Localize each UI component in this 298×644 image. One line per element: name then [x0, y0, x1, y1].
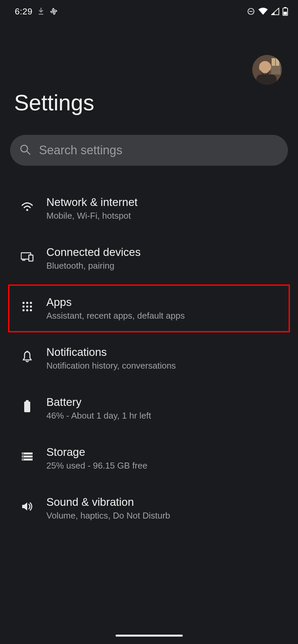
- settings-item-subtitle: Assistant, recent apps, default apps: [46, 311, 185, 321]
- svg-rect-9: [276, 58, 279, 66]
- svg-rect-28: [26, 400, 29, 401]
- apps-icon: [21, 298, 34, 315]
- settings-item-title: Network & internet: [46, 196, 137, 209]
- settings-item-title: Notifications: [46, 346, 176, 359]
- battery-status-icon: [283, 7, 288, 16]
- download-icon: [38, 8, 44, 15]
- search-placeholder: Search settings: [39, 143, 122, 157]
- battery-icon: [21, 398, 34, 415]
- settings-item-network[interactable]: Network & internet Mobile, Wi-Fi, hotspo…: [0, 184, 298, 232]
- settings-item-subtitle: Volume, haptics, Do Not Disturb: [46, 511, 170, 521]
- settings-item-text: Storage 25% used - 96.15 GB free: [46, 446, 147, 471]
- storage-icon: [21, 448, 34, 465]
- svg-rect-29: [24, 401, 30, 412]
- settings-item-apps[interactable]: Apps Assistant, recent apps, default app…: [21, 296, 276, 321]
- svg-rect-35: [23, 459, 24, 460]
- wifi-status-icon: [258, 8, 268, 15]
- settings-item-battery[interactable]: Battery 46% - About 1 day, 1 hr left: [0, 384, 298, 432]
- settings-item-sound[interactable]: Sound & vibration Volume, haptics, Do No…: [0, 484, 298, 532]
- settings-item-text: Network & internet Mobile, Wi-Fi, hotspo…: [46, 196, 137, 221]
- svg-rect-11: [256, 74, 276, 85]
- clock: 6:29: [15, 6, 33, 17]
- page-title: Settings: [14, 90, 284, 115]
- svg-point-21: [23, 306, 25, 308]
- cell-signal-icon: [271, 8, 279, 15]
- settings-item-subtitle: Mobile, Wi-Fi, hotspot: [46, 211, 137, 221]
- settings-item-subtitle: 25% used - 96.15 GB free: [46, 461, 147, 471]
- dnd-icon: [247, 7, 255, 15]
- settings-item-notifications[interactable]: Notifications Notification history, conv…: [0, 334, 298, 382]
- devices-icon: [21, 248, 34, 265]
- settings-item-text: Battery 46% - About 1 day, 1 hr left: [46, 396, 151, 421]
- settings-item-connected-devices[interactable]: Connected devices Bluetooth, pairing: [0, 234, 298, 282]
- avatar[interactable]: [252, 55, 282, 85]
- svg-rect-8: [272, 58, 275, 66]
- svg-rect-5: [284, 12, 287, 15]
- settings-item-subtitle: 46% - About 1 day, 1 hr left: [46, 411, 151, 421]
- search-icon: [19, 144, 31, 157]
- svg-rect-17: [22, 260, 26, 261]
- status-bar-left: 6:29: [15, 6, 58, 17]
- settings-item-title: Apps: [46, 296, 185, 309]
- status-bar-right: [247, 7, 288, 16]
- sound-icon: [21, 498, 34, 515]
- svg-line-13: [27, 151, 30, 154]
- svg-point-20: [30, 302, 32, 304]
- svg-point-22: [26, 306, 28, 308]
- bell-icon: [21, 348, 34, 365]
- nav-handle[interactable]: [116, 635, 183, 637]
- svg-point-18: [23, 302, 25, 304]
- settings-item-text: Connected devices Bluetooth, pairing: [46, 246, 141, 271]
- svg-rect-31: [23, 453, 24, 454]
- search-settings[interactable]: Search settings: [10, 135, 288, 166]
- status-bar: 6:29: [0, 0, 298, 23]
- svg-point-14: [26, 209, 28, 211]
- settings-item-title: Battery: [46, 396, 151, 409]
- settings-item-storage[interactable]: Storage 25% used - 96.15 GB free: [0, 434, 298, 482]
- settings-item-text: Apps Assistant, recent apps, default app…: [46, 296, 185, 321]
- settings-item-text: Sound & vibration Volume, haptics, Do No…: [46, 496, 170, 521]
- svg-point-19: [26, 302, 28, 304]
- svg-point-23: [30, 306, 32, 308]
- settings-list: Network & internet Mobile, Wi-Fi, hotspo…: [0, 166, 298, 532]
- pinwheel-icon: [49, 7, 58, 16]
- svg-point-24: [23, 309, 25, 311]
- wifi-icon: [21, 198, 34, 215]
- svg-rect-33: [23, 456, 24, 457]
- settings-item-title: Storage: [46, 446, 147, 459]
- highlight-box: Apps Assistant, recent apps, default app…: [8, 284, 290, 332]
- svg-rect-16: [29, 255, 33, 261]
- svg-rect-0: [39, 14, 43, 15]
- svg-point-25: [26, 309, 28, 311]
- settings-header: Settings: [0, 23, 298, 115]
- settings-item-subtitle: Bluetooth, pairing: [46, 261, 141, 271]
- settings-item-title: Sound & vibration: [46, 496, 170, 508]
- settings-item-subtitle: Notification history, conversations: [46, 361, 176, 371]
- settings-item-text: Notifications Notification history, conv…: [46, 346, 176, 371]
- settings-item-title: Connected devices: [46, 246, 141, 259]
- svg-point-26: [30, 309, 32, 311]
